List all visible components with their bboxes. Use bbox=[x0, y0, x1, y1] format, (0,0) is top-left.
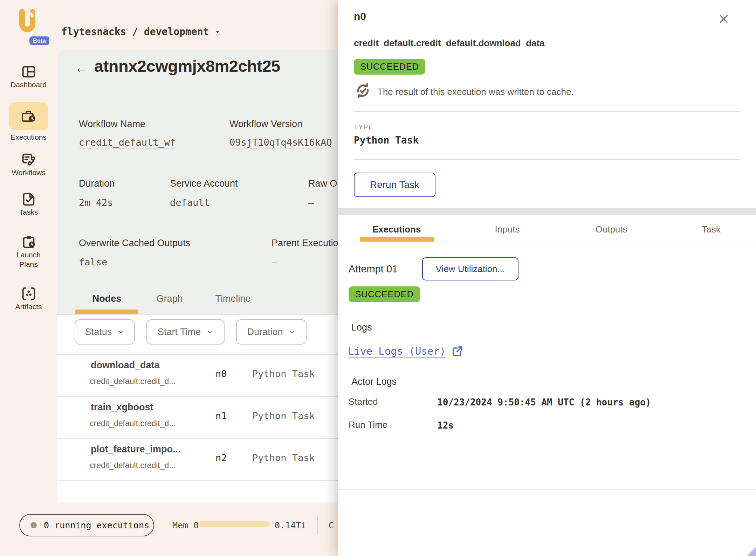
node-task: credit_default.credit_d... bbox=[90, 461, 176, 470]
attempt-status-badge: SUCCEEDED bbox=[349, 286, 420, 302]
meta-value-workflow-version[interactable]: 09sjT10qTq4sK16kAQ bbox=[229, 137, 332, 148]
sidebar-item-workflows[interactable]: Workflows bbox=[0, 152, 57, 177]
cache-message: The result of this execution was written… bbox=[377, 86, 574, 97]
node-name: plot_feature_impo... bbox=[91, 444, 181, 455]
artifacts-icon bbox=[0, 286, 57, 302]
executions-icon bbox=[20, 108, 37, 125]
active-tab-underline bbox=[360, 237, 434, 242]
sidebar-item-artifacts[interactable]: Artifacts bbox=[0, 286, 57, 311]
external-link-icon bbox=[451, 345, 464, 357]
chevron-down-icon bbox=[117, 328, 124, 335]
sidebar-item-label: Tasks bbox=[0, 207, 57, 217]
panel-tab-inputs[interactable]: Inputs bbox=[495, 224, 520, 235]
meta-label-service-account: Service Account bbox=[170, 178, 238, 189]
divider bbox=[317, 515, 318, 535]
cpu-label-clipped: C bbox=[329, 520, 334, 530]
filter-label: Status bbox=[85, 327, 112, 338]
workflows-icon bbox=[0, 152, 57, 168]
panel-tab-outputs[interactable]: Outputs bbox=[595, 224, 627, 235]
close-icon[interactable] bbox=[717, 12, 730, 26]
started-value: 10/23/2024 9:50:45 AM UTC (2 hours ago) bbox=[437, 397, 651, 408]
sidebar-item-label: Dashboard bbox=[0, 80, 57, 89]
running-executions-button[interactable]: 0 running executions bbox=[19, 514, 154, 536]
active-item-highlight bbox=[9, 102, 48, 130]
status-dot bbox=[30, 522, 37, 528]
panel-tab-task[interactable]: Task bbox=[702, 224, 720, 235]
status-badge: SUCCEEDED bbox=[354, 59, 425, 75]
mem-label: Mem 0 bbox=[172, 520, 199, 530]
tab-nodes[interactable]: Nodes bbox=[92, 293, 122, 304]
node-task: credit_default.credit_d... bbox=[90, 377, 176, 386]
meta-label-overwrite-cached: Overwrite Cached Outputs bbox=[79, 238, 190, 249]
runtime-label: Run Time bbox=[349, 419, 387, 430]
divider bbox=[354, 111, 740, 112]
launch-plans-icon bbox=[0, 234, 57, 250]
live-logs-link[interactable]: Live Logs (User) bbox=[348, 345, 464, 357]
meta-value-workflow-name[interactable]: credit_default_wf bbox=[79, 137, 176, 148]
logs-heading: Logs bbox=[351, 322, 372, 333]
meta-label-workflow-version: Workflow Version bbox=[229, 119, 302, 130]
sidebar-item-executions[interactable]: Executions bbox=[0, 102, 57, 142]
sidebar-item-label: Executions bbox=[0, 132, 57, 142]
node-task: credit_default.credit_d... bbox=[90, 419, 176, 428]
filter-status[interactable]: Status bbox=[75, 319, 135, 345]
type-label: TYPE bbox=[354, 123, 373, 131]
runtime-value: 12s bbox=[437, 420, 454, 431]
app-root: Beta flytesnacks / development Dashboard bbox=[0, 0, 756, 556]
node-id: n2 bbox=[215, 452, 227, 463]
meta-label-parent-execution: Parent Execution bbox=[272, 238, 344, 249]
back-button[interactable]: ← bbox=[74, 60, 89, 75]
sidebar-item-label: Artifacts bbox=[0, 302, 57, 311]
sidebar-item-dashboard[interactable]: Dashboard bbox=[0, 64, 57, 89]
mem-max-label: 0.14Ti bbox=[275, 520, 306, 530]
meta-value-overwrite-cached: false bbox=[79, 257, 107, 267]
rerun-task-button[interactable]: Rerun Task bbox=[354, 173, 435, 197]
meta-label-workflow-name: Workflow Name bbox=[79, 119, 145, 130]
node-name: download_data bbox=[91, 360, 160, 371]
active-tab-underline bbox=[75, 310, 138, 314]
attempt-title: Attempt 01 bbox=[349, 263, 398, 275]
meta-label-duration: Duration bbox=[79, 178, 115, 189]
filter-start-time[interactable]: Start Time bbox=[146, 319, 225, 345]
node-type: Python Task bbox=[252, 410, 315, 421]
type-value: Python Task bbox=[354, 134, 419, 146]
chat-widget-corner bbox=[747, 547, 756, 556]
node-id: n0 bbox=[215, 368, 227, 379]
node-id: n1 bbox=[215, 410, 227, 421]
live-logs-label: Live Logs (User) bbox=[348, 345, 446, 357]
panel-node-id: n0 bbox=[354, 11, 366, 22]
meta-value-raw-output: – bbox=[308, 197, 314, 208]
node-name: train_xgboost bbox=[91, 402, 153, 413]
meta-value-service-account: default bbox=[170, 197, 210, 208]
union-logo bbox=[16, 8, 39, 36]
page-title: atnnx2cwgmjx8m2cht25 bbox=[94, 56, 280, 76]
breadcrumb-label: flytesnacks / development bbox=[61, 26, 209, 37]
tab-timeline[interactable]: Timeline bbox=[215, 293, 250, 304]
sidebar-item-launch-plans[interactable]: Launch Plans bbox=[0, 234, 57, 269]
meta-value-parent-execution: – bbox=[272, 257, 277, 267]
sidebar-item-tasks[interactable]: Tasks bbox=[0, 191, 57, 217]
filter-duration[interactable]: Duration bbox=[236, 319, 307, 345]
meta-value-duration: 2m 42s bbox=[79, 197, 113, 208]
started-label: Started bbox=[349, 396, 378, 407]
panel-task-name: credit_default.credit_default.download_d… bbox=[354, 38, 545, 49]
project-breadcrumb[interactable]: flytesnacks / development bbox=[61, 26, 221, 37]
cache-icon bbox=[355, 83, 371, 99]
mem-usage-bar bbox=[198, 521, 270, 527]
tasks-icon bbox=[0, 191, 57, 207]
actor-logs-heading: Actor Logs bbox=[351, 376, 397, 387]
tab-graph[interactable]: Graph bbox=[156, 293, 183, 304]
filter-label: Duration bbox=[247, 327, 283, 338]
chevron-down-icon bbox=[214, 28, 221, 36]
sidebar-item-label: Launch Plans bbox=[8, 250, 50, 269]
node-type: Python Task bbox=[252, 368, 315, 379]
divider bbox=[338, 242, 756, 242]
divider bbox=[338, 489, 756, 490]
view-utilization-button[interactable]: View Utilization... bbox=[422, 257, 518, 280]
beta-badge: Beta bbox=[29, 36, 49, 45]
chevron-down-icon bbox=[289, 328, 296, 335]
divider bbox=[354, 159, 740, 160]
panel-tab-executions[interactable]: Executions bbox=[372, 224, 421, 235]
dashboard-icon bbox=[0, 64, 57, 80]
node-type: Python Task bbox=[252, 452, 315, 463]
